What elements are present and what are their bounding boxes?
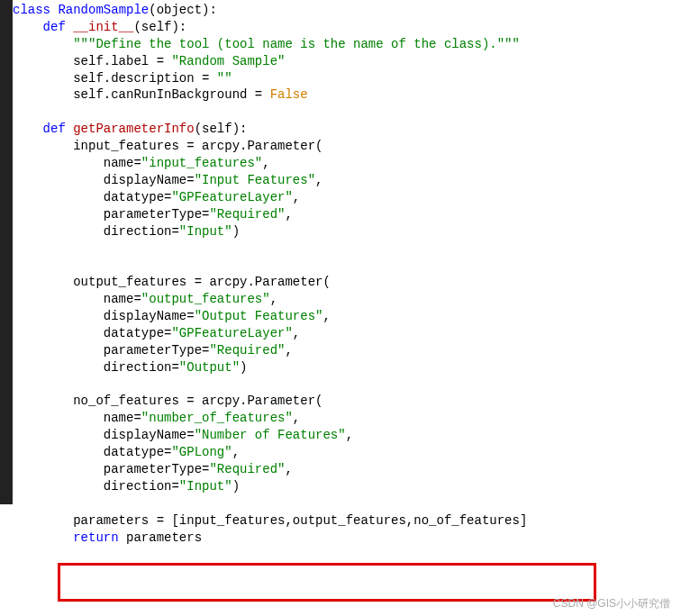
highlight-box xyxy=(58,563,596,602)
l21s: "Required" xyxy=(209,343,285,358)
watermark: CSDN @GIS小小研究僧 xyxy=(553,596,670,611)
l04a: self.label = xyxy=(13,54,171,68)
l12s: "GPFeatureLayer" xyxy=(171,190,292,204)
class-name: RandomSample xyxy=(50,3,149,17)
l11c: , xyxy=(315,173,322,187)
l10s: "input_features" xyxy=(141,156,262,170)
l26a: displayName= xyxy=(13,428,195,442)
l11s: "Input Features" xyxy=(195,173,315,187)
l22a: direction= xyxy=(13,360,179,375)
l27c: , xyxy=(232,445,240,459)
l18a: name= xyxy=(13,292,141,306)
method-init: __init__ xyxy=(66,20,134,34)
l02-rest: (self): xyxy=(133,20,186,34)
l13s: "Required" xyxy=(209,207,285,222)
l18c: , xyxy=(270,292,277,306)
l17: output_features = arcpy.Parameter( xyxy=(13,275,331,289)
method-getparam: getParameterInfo xyxy=(66,122,195,136)
l19s: "Output Features" xyxy=(195,309,323,323)
code-block: class RandomSample(object): def __init__… xyxy=(13,2,527,547)
l14a: direction= xyxy=(13,224,179,239)
l31: parameters = [input_features,output_feat… xyxy=(13,513,527,528)
l29c: ) xyxy=(232,479,240,494)
l25a: name= xyxy=(13,411,141,425)
l26c: , xyxy=(346,428,353,442)
kw-def: def xyxy=(13,20,66,34)
l28c: , xyxy=(285,462,292,476)
l21a: parameterType= xyxy=(13,343,209,358)
l28a: parameterType= xyxy=(13,462,209,476)
l19a: displayName= xyxy=(13,309,195,323)
gutter xyxy=(0,0,13,504)
l05a: self.description = xyxy=(13,71,217,86)
l22c: ) xyxy=(240,360,247,375)
l12c: , xyxy=(293,190,300,204)
l10a: name= xyxy=(13,156,141,170)
l20c: , xyxy=(293,326,300,340)
l28s: "Required" xyxy=(209,462,285,476)
l26s: "Number of Features" xyxy=(195,428,346,442)
l21c: , xyxy=(285,343,292,358)
l01-rest: (object): xyxy=(149,3,217,17)
l14s: "Input" xyxy=(179,224,232,239)
l25c: , xyxy=(293,411,300,425)
l11a: displayName= xyxy=(13,173,195,187)
l20s: "GPFeatureLayer" xyxy=(171,326,292,340)
l19c: , xyxy=(322,309,330,323)
l32-rest: parameters xyxy=(119,530,202,545)
l06c: False xyxy=(270,87,308,102)
l27s: "GPLong" xyxy=(171,445,232,459)
l12a: datatype= xyxy=(13,190,171,204)
l13c: , xyxy=(285,207,292,222)
l14c: ) xyxy=(232,224,240,239)
l18s: "output_features" xyxy=(141,292,270,306)
l13a: parameterType= xyxy=(13,207,209,222)
l25s: "number_of_features" xyxy=(141,411,293,425)
l24: no_of_features = arcpy.Parameter( xyxy=(13,394,322,408)
l09: input_features = arcpy.Parameter( xyxy=(13,139,322,153)
kw-def2: def xyxy=(13,122,66,136)
kw-class: class xyxy=(13,3,50,17)
l05s: "" xyxy=(217,71,232,86)
l22s: "Output" xyxy=(179,360,240,375)
l04s: "Random Sample" xyxy=(171,54,285,68)
l29s: "Input" xyxy=(179,479,232,494)
l20a: datatype= xyxy=(13,326,171,340)
docstring: """Define the tool (tool name is the nam… xyxy=(13,37,520,51)
l08-rest: (self): xyxy=(195,122,248,136)
kw-return: return xyxy=(13,530,119,545)
l29a: direction= xyxy=(13,479,179,494)
l06a: self.canRunInBackground = xyxy=(13,87,270,102)
l10c: , xyxy=(262,156,269,170)
l27a: datatype= xyxy=(13,445,171,459)
